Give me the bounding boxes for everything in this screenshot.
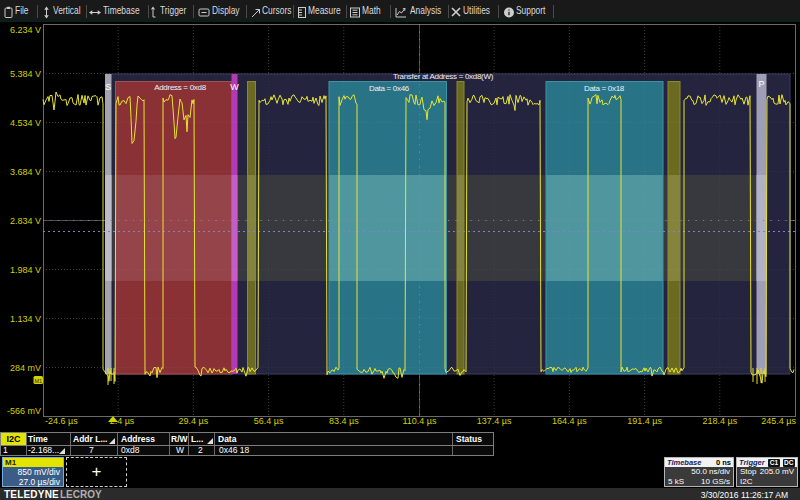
svg-text:6.234 V: 6.234 V [10,25,41,35]
svg-text:4.534 V: 4.534 V [10,118,41,128]
svg-text:137.4 µs: 137.4 µs [477,416,512,426]
svg-text:1.134 V: 1.134 V [10,314,41,324]
svg-text:Address = 0xd8: Address = 0xd8 [154,83,206,92]
svg-text:218.4 µs: 218.4 µs [702,416,737,426]
svg-text:Data = 0x46: Data = 0x46 [369,84,410,93]
svg-text:284 mV: 284 mV [10,363,41,373]
svg-text:110.4 µs: 110.4 µs [402,416,437,426]
svg-text:Data = 0x18: Data = 0x18 [584,84,625,93]
svg-text:83.4 µs: 83.4 µs [329,416,359,426]
svg-text:M1: M1 [34,378,42,384]
svg-text:5.384 V: 5.384 V [10,69,41,79]
svg-text:P: P [758,79,764,89]
svg-text:2.834 V: 2.834 V [10,216,41,226]
svg-text:56.4 µs: 56.4 µs [254,416,284,426]
svg-text:-24.6 µs: -24.6 µs [45,416,78,426]
svg-text:1.984 V: 1.984 V [10,265,41,275]
svg-text:-566 mV: -566 mV [7,406,41,416]
svg-text:Transfer at Address = 0xd8(W): Transfer at Address = 0xd8(W) [393,72,494,81]
svg-text:S: S [105,82,111,92]
svg-text:164.4 µs: 164.4 µs [552,416,587,426]
svg-text:29.4 µs: 29.4 µs [179,416,209,426]
svg-text:191.4 µs: 191.4 µs [627,416,662,426]
svg-text:245.4 µs: 245.4 µs [761,416,796,426]
svg-text:W: W [230,82,239,92]
svg-text:3.684 V: 3.684 V [10,167,41,177]
